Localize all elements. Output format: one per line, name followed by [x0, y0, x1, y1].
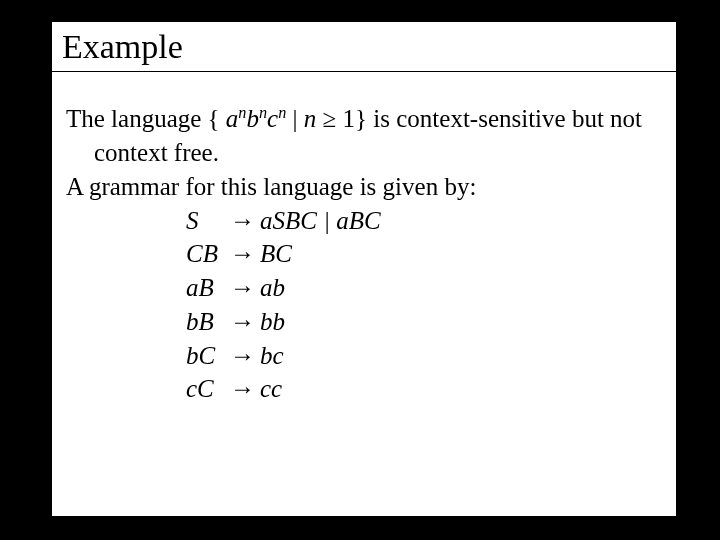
rule-rhs: bc: [260, 342, 284, 369]
rule-rhs: aSBC | aBC: [260, 207, 381, 234]
rule-row: bB→bb: [186, 305, 658, 339]
rule-row: S→aSBC | aBC: [186, 204, 658, 238]
slide-frame: Example The language { anbncn | n ≥ 1} i…: [50, 20, 678, 518]
intro-nvar: n: [304, 105, 317, 132]
rule-row: CB→BC: [186, 237, 658, 271]
rule-arrow-icon: →: [230, 339, 260, 373]
line-grammar: A grammar for this language is given by:: [66, 170, 658, 204]
rule-lhs: aB: [186, 271, 230, 305]
intro-b: b: [246, 105, 259, 132]
rule-lhs: cC: [186, 372, 230, 406]
rule-rhs: cc: [260, 375, 282, 402]
rule-row: bC→bc: [186, 339, 658, 373]
intro-paragraph: The language { anbncn | n ≥ 1} is contex…: [66, 102, 658, 170]
intro-ge: ≥ 1}: [316, 105, 373, 132]
rule-rhs: bb: [260, 308, 285, 335]
rule-arrow-icon: →: [230, 305, 260, 339]
intro-bar: |: [286, 105, 304, 132]
intro-c: c: [267, 105, 278, 132]
rule-arrow-icon: →: [230, 271, 260, 305]
rule-arrow-icon: →: [230, 237, 260, 271]
rule-lhs: bB: [186, 305, 230, 339]
rule-lhs: S: [186, 204, 230, 238]
rule-lhs: CB: [186, 237, 230, 271]
rule-row: aB→ab: [186, 271, 658, 305]
slide-body: The language { anbncn | n ≥ 1} is contex…: [52, 72, 676, 416]
rule-arrow-icon: →: [230, 372, 260, 406]
intro-exp-n2: n: [259, 104, 267, 122]
rule-rhs: ab: [260, 274, 285, 301]
rule-arrow-icon: →: [230, 204, 260, 238]
rule-rhs: BC: [260, 240, 292, 267]
slide-title: Example: [52, 22, 676, 72]
grammar-rules: S→aSBC | aBC CB→BC aB→ab bB→bb bC→bc cC→…: [66, 204, 658, 407]
intro-a: a: [226, 105, 239, 132]
rule-lhs: bC: [186, 339, 230, 373]
rule-row: cC→cc: [186, 372, 658, 406]
intro-pre: The language {: [66, 105, 226, 132]
